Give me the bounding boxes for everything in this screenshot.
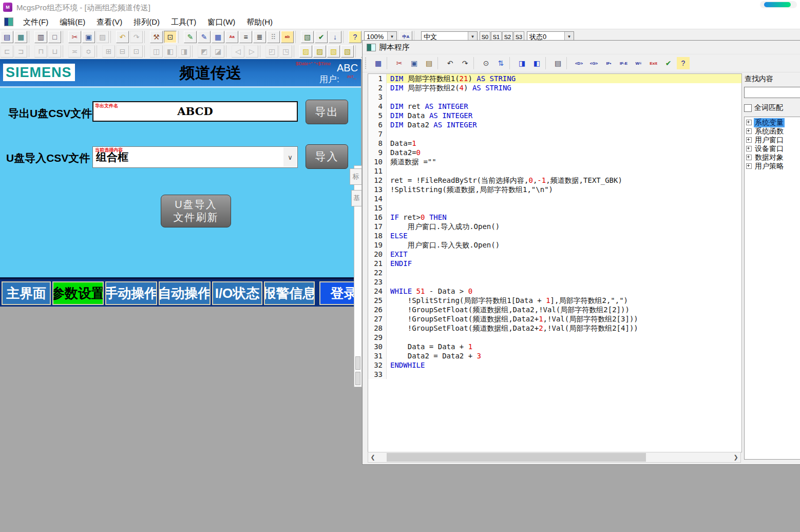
hmi-canvas[interactable]: SIEMENS 频道传送 $Date+" "+$Time ABC 用户: INT… <box>0 59 361 307</box>
cut-icon[interactable]: ✂ <box>68 31 81 43</box>
nav-button-3[interactable]: 自动操作 <box>159 281 211 305</box>
code-line-33[interactable]: 33 <box>368 370 741 379</box>
find-icon[interactable]: ⊙ <box>479 56 493 70</box>
send-to-back-icon[interactable]: ▨ <box>313 45 326 58</box>
char-grid-icon[interactable]: ▦ <box>212 31 224 43</box>
import-button[interactable]: 导入 <box>306 144 348 169</box>
print-preview-icon[interactable]: □ <box>48 31 61 43</box>
hscroll-thumb[interactable] <box>387 453 646 462</box>
format-icon[interactable]: ⇅ <box>494 56 508 70</box>
insert-data-icon[interactable]: <D> <box>572 56 586 70</box>
hidden-tab-basic[interactable]: 基 <box>351 190 362 206</box>
paste-icon[interactable]: ▤ <box>422 56 436 70</box>
code-line-2[interactable]: 2DIM 局部字符数组2(4) AS STRING <box>368 83 741 92</box>
code-line-16[interactable]: 16IF ret>0 THEN <box>368 213 741 222</box>
insert-global-icon[interactable]: <G> <box>587 56 601 70</box>
cut-icon[interactable]: ✂ <box>392 56 406 70</box>
code-line-30[interactable]: 30 Data = Data + 1 <box>368 342 741 351</box>
scroll-left-icon[interactable]: ❮ <box>368 452 377 462</box>
code-line-22[interactable]: 22 <box>368 268 741 277</box>
print-icon[interactable]: ▥ <box>34 31 47 43</box>
validate-icon[interactable]: ✔ <box>315 31 328 43</box>
sort-icon[interactable]: ↓ <box>329 31 341 43</box>
grid-dots-icon[interactable]: ⠿ <box>267 31 280 43</box>
find-input[interactable] <box>744 87 800 98</box>
code-line-7[interactable]: 7 <box>368 129 741 139</box>
workspace-icon[interactable]: ⊡ <box>164 31 177 43</box>
code-line-17[interactable]: 17 用户窗口.导入成功.Open() <box>368 222 741 231</box>
code-line-31[interactable]: 31 Data2 = Data2 + 3 <box>368 351 741 360</box>
menu-item-5[interactable]: 窗口(W) <box>202 17 241 27</box>
code-line-3[interactable]: 3 <box>368 92 741 102</box>
code-line-23[interactable]: 23 <box>368 277 741 287</box>
code-line-27[interactable]: 27 !GroupSetFloat(频道数据组,Data2+1,!Val(局部字… <box>368 314 741 324</box>
tree-item-2[interactable]: 用户窗口 <box>745 136 800 144</box>
menu-item-3[interactable]: 排列(D) <box>128 17 165 27</box>
code-line-26[interactable]: 26 !GroupSetFloat(频道数据组,Data2,!Val(局部字符数… <box>368 305 741 314</box>
insert-exit-icon[interactable]: Exit <box>646 56 660 70</box>
whole-word-row[interactable]: 全词匹配 <box>744 103 783 112</box>
code-line-8[interactable]: 8Data=1 <box>368 139 741 148</box>
redo-icon[interactable]: ↷ <box>458 56 472 70</box>
expand-icon[interactable] <box>746 128 752 134</box>
combo-dropdown-icon[interactable]: ∨ <box>283 147 297 167</box>
insert-while-icon[interactable]: W≡ <box>632 56 645 70</box>
menu-item-0[interactable]: 文件(F) <box>17 17 54 27</box>
code-line-18[interactable]: 18ELSE <box>368 231 741 240</box>
code-line-20[interactable]: 20EXIT <box>368 250 741 259</box>
nav-button-2[interactable]: 手动操作 <box>105 281 157 305</box>
tree-item-3[interactable]: 设备窗口 <box>745 144 800 153</box>
code-line-11[interactable]: 11 <box>368 166 741 176</box>
code-line-28[interactable]: 28 !GroupSetFloat(频道数据组,Data2+2,!Val(局部字… <box>368 324 741 333</box>
code-line-10[interactable]: 10频道数据 ="" <box>368 157 741 166</box>
export-button[interactable]: 导出 <box>306 100 348 124</box>
code-line-29[interactable]: 29 <box>368 333 741 342</box>
code-line-1[interactable]: 1DIM 局部字符数组1(21) AS STRING <box>368 74 741 83</box>
menu-item-2[interactable]: 查看(V) <box>91 17 128 27</box>
font-icon[interactable]: Aa <box>225 31 238 43</box>
nav-button-4[interactable]: I/O状态 <box>212 281 262 305</box>
bring-to-front-icon[interactable]: ▨ <box>299 45 312 58</box>
code-line-21[interactable]: 21ENDIF <box>368 259 741 268</box>
comment-icon[interactable]: ▤ <box>551 56 565 70</box>
align-lines-icon[interactable]: ≡ <box>239 31 252 43</box>
copy-icon[interactable]: ▣ <box>407 56 421 70</box>
script-editor-window[interactable]: 脚本程序 ▦✂▣▤↶↷⊙⇅◨◧▤<D><G>IF▪IF-EW≡Exit✔? 1D… <box>362 40 800 465</box>
usb-refresh-button[interactable]: U盘导入 文件刷新 <box>161 195 231 227</box>
import-code-icon[interactable]: ◨ <box>515 56 529 70</box>
code-editor[interactable]: 1DIM 局部字符数组1(21) AS STRING2DIM 局部字符数组2(4… <box>368 73 742 452</box>
script-window-titlebar[interactable]: 脚本程序 <box>363 41 800 54</box>
expand-icon[interactable] <box>746 137 752 143</box>
expand-icon[interactable] <box>746 155 752 160</box>
help-icon[interactable]: ? <box>676 56 690 70</box>
save-icon[interactable]: ▦ <box>371 56 385 70</box>
code-line-24[interactable]: 24WHILE 51 - Data > 0 <box>368 287 741 296</box>
symbol-tree[interactable]: 系统变量系统函数用户窗口设备窗口数据对象用户策略 <box>744 117 800 460</box>
code-line-4[interactable]: 4DIM ret AS INTEGER <box>368 102 741 111</box>
help-icon[interactable]: ? <box>349 31 361 43</box>
export-filename-input[interactable]: 导出文件名 ABCD <box>92 101 298 122</box>
save-icon[interactable]: ▦ <box>14 31 27 43</box>
code-line-6[interactable]: 6DIM Data2 AS INTEGER <box>368 120 741 129</box>
whole-word-checkbox[interactable] <box>744 104 752 112</box>
tree-item-0[interactable]: 系统变量 <box>745 118 800 127</box>
properties-icon[interactable]: ▧ <box>301 31 314 43</box>
undo-icon[interactable]: ↶ <box>443 56 457 70</box>
expand-icon[interactable] <box>746 163 752 169</box>
expand-icon[interactable] <box>746 146 752 151</box>
code-hscrollbar[interactable]: ❮ ❯ <box>368 452 741 463</box>
code-line-19[interactable]: 19 用户窗口.导入失败.Open() <box>368 240 741 250</box>
align-list-icon[interactable]: ≣ <box>253 31 266 43</box>
user-window-edit-icon[interactable]: ✎ <box>184 31 197 43</box>
toolbar-drag-handle[interactable] <box>365 58 368 69</box>
syntax-check-icon[interactable]: ✔ <box>661 56 675 70</box>
code-line-12[interactable]: 12ret = !FileReadByStr(当前选择内容,0,-1,频道数据,… <box>368 176 741 185</box>
code-line-32[interactable]: 32ENDWHILE <box>368 360 741 370</box>
copy-icon[interactable]: ▣ <box>82 31 95 43</box>
code-line-13[interactable]: 13!SplitString(频道数据,局部字符数组1,"\n") <box>368 185 741 194</box>
bring-forward-icon[interactable]: ▧ <box>327 45 340 58</box>
import-file-combobox[interactable]: 当前选择内容 组合框 ∨ <box>92 146 298 168</box>
code-line-5[interactable]: 5DIM Data AS INTEGER <box>368 111 741 120</box>
menu-item-4[interactable]: 工具(T) <box>165 17 202 27</box>
nav-button-5[interactable]: 报警信息 <box>264 281 315 305</box>
